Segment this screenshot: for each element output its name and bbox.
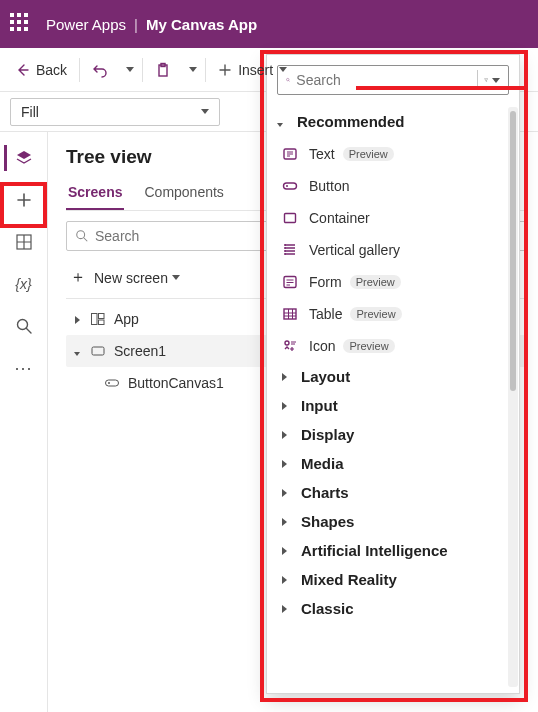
form-icon <box>281 273 299 291</box>
category-media[interactable]: Media <box>275 449 511 478</box>
svg-rect-23 <box>284 309 296 319</box>
category-ai[interactable]: Artificial Intelligence <box>275 536 511 565</box>
category-layout[interactable]: Layout <box>275 362 511 391</box>
insert-text[interactable]: Text Preview <box>275 138 511 170</box>
svg-rect-9 <box>99 320 105 325</box>
arrow-left-icon <box>14 62 30 78</box>
highlight-flyout-right-edge <box>524 50 528 90</box>
preview-badge: Preview <box>350 275 401 289</box>
button-icon <box>104 375 120 391</box>
chevron-right-icon <box>282 402 287 410</box>
chevron-down-icon <box>277 113 291 130</box>
rail-search[interactable] <box>4 306 44 346</box>
title-divider: | <box>134 16 138 33</box>
back-button[interactable]: Back <box>6 54 75 86</box>
node-label-app: App <box>114 311 139 327</box>
insert-container[interactable]: Container <box>275 202 511 234</box>
category-mr[interactable]: Mixed Reality <box>275 565 511 594</box>
text-icon <box>281 145 299 163</box>
svg-point-21 <box>284 253 286 255</box>
preview-badge: Preview <box>343 339 394 353</box>
left-rail: {x} ··· <box>0 132 48 712</box>
svg-rect-10 <box>92 347 104 355</box>
scrollbar-thumb[interactable] <box>510 111 516 391</box>
svg-rect-17 <box>285 214 296 223</box>
category-classic[interactable]: Classic <box>275 594 511 623</box>
node-label-button1: ButtonCanvas1 <box>128 375 224 391</box>
category-charts[interactable]: Charts <box>275 478 511 507</box>
chevron-right-icon <box>282 489 287 497</box>
flyout-list: Recommended Text Preview Button Containe… <box>267 105 519 693</box>
chevron-right-icon <box>282 460 287 468</box>
svg-rect-8 <box>99 314 105 319</box>
flyout-search[interactable] <box>277 65 509 95</box>
rail-data[interactable] <box>4 222 44 262</box>
icon-icon <box>281 337 299 355</box>
category-input-label: Input <box>301 397 338 414</box>
chevron-right-icon <box>282 605 287 613</box>
chevron-down-icon <box>126 67 134 72</box>
paste-button[interactable] <box>147 54 179 86</box>
chevron-down-icon <box>279 67 287 72</box>
svg-rect-11 <box>106 380 119 386</box>
grid-icon <box>15 233 33 251</box>
flyout-search-input[interactable] <box>296 72 471 88</box>
category-display-label: Display <box>301 426 354 443</box>
plus-icon: ＋ <box>70 267 86 288</box>
insert-icon[interactable]: Icon Preview <box>275 330 511 362</box>
insert-button[interactable]: Button <box>275 170 511 202</box>
insert-container-label: Container <box>309 210 370 226</box>
category-shapes[interactable]: Shapes <box>275 507 511 536</box>
separator <box>142 58 143 82</box>
node-label-screen1: Screen1 <box>114 343 166 359</box>
new-screen-label: New screen <box>94 270 168 286</box>
insert-text-label: Text <box>309 146 335 162</box>
chevron-right-icon[interactable] <box>70 311 84 327</box>
undo-split[interactable] <box>116 54 138 86</box>
chevron-right-icon <box>282 576 287 584</box>
back-label: Back <box>36 62 67 78</box>
property-name: Fill <box>21 104 39 120</box>
category-media-label: Media <box>301 455 344 472</box>
svg-point-5 <box>17 320 27 330</box>
svg-point-12 <box>108 382 110 384</box>
separator <box>79 58 80 82</box>
chevron-down-icon[interactable] <box>70 343 84 359</box>
rail-variables[interactable]: {x} <box>4 264 44 304</box>
tab-components[interactable]: Components <box>142 182 225 210</box>
undo-icon <box>92 62 108 78</box>
undo-button[interactable] <box>84 54 116 86</box>
product-name: Power Apps <box>46 16 126 33</box>
chevron-down-icon <box>172 275 180 280</box>
rail-tree-view[interactable] <box>4 138 44 178</box>
insert-table[interactable]: Table Preview <box>275 298 511 330</box>
rail-more[interactable]: ··· <box>4 348 44 388</box>
svg-rect-7 <box>92 314 98 325</box>
insert-vgallery-label: Vertical gallery <box>309 242 400 258</box>
waffle-icon[interactable] <box>10 13 32 35</box>
app-icon <box>90 311 106 327</box>
chevron-right-icon <box>282 547 287 555</box>
category-layout-label: Layout <box>301 368 350 385</box>
table-icon <box>281 305 299 323</box>
insert-form[interactable]: Form Preview <box>275 266 511 298</box>
variables-icon: {x} <box>15 276 31 292</box>
category-display[interactable]: Display <box>275 420 511 449</box>
chevron-down-icon[interactable] <box>492 78 500 83</box>
category-shapes-label: Shapes <box>301 513 354 530</box>
search-icon <box>15 317 33 335</box>
insert-button[interactable]: Insert <box>210 54 295 86</box>
insert-vgallery[interactable]: Vertical gallery <box>275 234 511 266</box>
svg-point-19 <box>284 247 286 249</box>
property-selector[interactable]: Fill <box>10 98 220 126</box>
plus-icon <box>15 191 33 209</box>
category-input[interactable]: Input <box>275 391 511 420</box>
paste-split[interactable] <box>179 54 201 86</box>
preview-badge: Preview <box>343 147 394 161</box>
insert-form-label: Form <box>309 274 342 290</box>
search-icon <box>75 229 89 243</box>
category-recommended[interactable]: Recommended <box>275 105 511 138</box>
rail-insert[interactable] <box>4 180 44 220</box>
tab-screens[interactable]: Screens <box>66 182 124 210</box>
filter-icon[interactable] <box>484 73 488 87</box>
